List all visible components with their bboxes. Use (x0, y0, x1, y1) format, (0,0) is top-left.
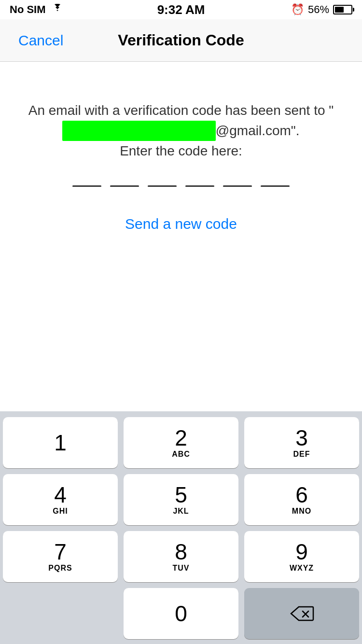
key-5[interactable]: 5 JKL (124, 474, 238, 525)
cancel-button[interactable]: Cancel (14, 28, 68, 54)
email-redacted: ████████████████ (62, 121, 215, 141)
key-6-number: 6 (295, 484, 308, 506)
nav-bar: Cancel Verification Code (0, 19, 362, 62)
battery-fill (335, 7, 344, 13)
key-1[interactable]: 1 (3, 417, 118, 468)
key-3-letters: DEF (293, 450, 310, 459)
key-placeholder-left (3, 588, 118, 639)
key-7-letters: PQRS (48, 564, 72, 573)
status-time: 9:32 AM (157, 2, 205, 17)
code-dash-5 (223, 185, 252, 187)
delete-key[interactable] (244, 588, 359, 639)
key-1-number: 1 (54, 432, 67, 454)
code-dash-2 (110, 185, 139, 187)
status-left: No SIM (10, 3, 64, 16)
code-dash-4 (185, 185, 214, 187)
key-3-number: 3 (295, 427, 308, 449)
code-dash-3 (148, 185, 177, 187)
battery-percent: 56% (308, 3, 329, 16)
keyboard-row-4: 0 (3, 588, 359, 639)
battery-icon (333, 5, 352, 14)
key-2[interactable]: 2 ABC (124, 417, 238, 468)
key-0[interactable]: 0 (124, 588, 238, 639)
key-2-letters: ABC (172, 450, 190, 459)
message-part3: Enter the code here: (120, 143, 242, 158)
wifi-icon (51, 3, 64, 16)
key-8-number: 8 (175, 541, 187, 563)
key-3[interactable]: 3 DEF (244, 417, 359, 468)
key-5-number: 5 (175, 484, 187, 506)
key-8-letters: TUV (173, 564, 190, 573)
message-part2: @gmail.com". (216, 123, 300, 138)
key-7-number: 7 (54, 541, 67, 563)
message-part1: An email with a verification code has be… (28, 103, 334, 118)
key-2-number: 2 (175, 427, 187, 449)
status-right: ⏰ 56% (291, 3, 352, 16)
key-8[interactable]: 8 TUV (124, 531, 238, 582)
nav-title: Verification Code (118, 31, 244, 49)
code-dash-1 (72, 185, 101, 187)
alarm-icon: ⏰ (291, 3, 304, 16)
key-5-letters: JKL (173, 507, 189, 516)
main-content: An email with a verification code has be… (0, 62, 362, 411)
key-6-letters: MNO (292, 507, 311, 516)
key-6[interactable]: 6 MNO (244, 474, 359, 525)
key-7[interactable]: 7 PQRS (3, 531, 118, 582)
key-9[interactable]: 9 WXYZ (244, 531, 359, 582)
carrier-label: No SIM (10, 3, 46, 16)
keyboard-row-3: 7 PQRS 8 TUV 9 WXYZ (3, 531, 359, 582)
key-9-number: 9 (295, 541, 308, 563)
key-0-number: 0 (175, 602, 187, 625)
keyboard-row-1: 1 2 ABC 3 DEF (3, 417, 359, 468)
keyboard-row-2: 4 GHI 5 JKL 6 MNO (3, 474, 359, 525)
key-4-number: 4 (54, 484, 67, 506)
send-new-code-button[interactable]: Send a new code (115, 211, 247, 237)
status-bar: No SIM 9:32 AM ⏰ 56% (0, 0, 362, 19)
key-4[interactable]: 4 GHI (3, 474, 118, 525)
delete-icon (289, 605, 314, 622)
message-text: An email with a verification code has be… (0, 100, 362, 161)
key-9-letters: WXYZ (290, 564, 314, 573)
keyboard: 1 2 ABC 3 DEF 4 GHI 5 JKL 6 MNO 7 PQRS 8 (0, 411, 362, 644)
code-input-area (72, 185, 290, 187)
code-dash-6 (261, 185, 290, 187)
key-4-letters: GHI (53, 507, 68, 516)
